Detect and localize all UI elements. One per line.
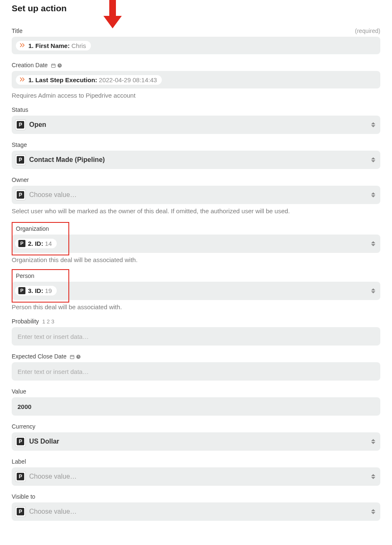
owner-label: Owner <box>12 177 380 183</box>
zap-icon <box>19 42 26 49</box>
value-text: 2000 <box>18 403 31 410</box>
zap-icon <box>19 76 26 83</box>
owner-placeholder: Choose value… <box>29 191 77 199</box>
organization-pill[interactable]: P 2. ID: 14 <box>15 239 57 248</box>
pipedrive-icon: P <box>15 471 26 482</box>
clock-icon <box>76 354 81 359</box>
clock-icon <box>57 63 62 68</box>
label-select[interactable]: P Choose value… <box>12 467 380 486</box>
calendar-icon <box>70 354 75 359</box>
creation-date-label: Creation Date <box>12 62 62 68</box>
select-chevrons-icon <box>371 474 375 479</box>
pipedrive-icon: P <box>15 154 26 165</box>
svg-rect-0 <box>52 64 55 68</box>
organization-pill-label: 2. ID: <box>28 240 43 247</box>
stage-select[interactable]: P Contact Made (Pipeline) <box>12 151 380 169</box>
expected-close-label: Expected Close Date <box>12 353 380 360</box>
required-tag: (required) <box>355 28 380 34</box>
person-highlight: Person P 3. ID: 19 <box>12 269 69 303</box>
currency-select[interactable]: P US Dollar <box>12 432 380 451</box>
pipedrive-icon: P <box>15 436 26 447</box>
probability-input[interactable]: Enter text or insert data… <box>12 327 380 346</box>
select-chevrons-icon <box>371 509 375 514</box>
pipedrive-icon: P <box>15 119 26 130</box>
currency-label: Currency <box>12 423 380 430</box>
person-pill-label: 3. ID: <box>28 287 43 294</box>
select-chevrons-icon <box>371 192 375 197</box>
probability-label: Probability 1 2 3 <box>12 318 380 325</box>
expected-close-input[interactable]: Enter text or insert data… <box>12 362 380 381</box>
person-pill[interactable]: P 3. ID: 19 <box>15 286 57 295</box>
organization-highlight: Organization P 2. ID: 14 <box>12 222 69 255</box>
creation-date-pill-value: 2022-04-29 08:14:43 <box>99 76 157 83</box>
organization-pill-value: 14 <box>45 240 52 247</box>
organization-help: Organization this deal will be associate… <box>12 256 380 263</box>
label-placeholder: Choose value… <box>29 473 77 480</box>
pipedrive-icon: P <box>15 189 26 200</box>
select-chevrons-icon <box>371 157 375 162</box>
creation-date-help: Requires Admin access to Pipedrive accou… <box>12 92 380 99</box>
currency-value: US Dollar <box>29 438 59 445</box>
visible-to-select[interactable]: P Choose value… <box>12 502 380 521</box>
select-chevrons-icon <box>371 439 375 444</box>
label-field-label: Label <box>12 458 380 465</box>
title-input[interactable]: 1. First Name: Chris <box>12 37 380 54</box>
person-pill-value: 19 <box>45 287 52 294</box>
creation-date-input[interactable]: 1. Last Step Execution: 2022-04-29 08:14… <box>12 71 380 88</box>
probability-placeholder: Enter text or insert data… <box>18 333 89 340</box>
person-help: Person this deal will be associated with… <box>12 303 380 310</box>
title-pill-value: Chris <box>71 42 86 49</box>
creation-date-pill-label: 1. Last Step Execution: <box>28 76 97 83</box>
stage-label: Stage <box>12 141 380 148</box>
page-heading: Set up action <box>12 3 380 13</box>
creation-date-pill[interactable]: 1. Last Step Execution: 2022-04-29 08:14… <box>16 75 162 85</box>
stage-value: Contact Made (Pipeline) <box>29 156 105 164</box>
visible-to-placeholder: Choose value… <box>29 508 77 515</box>
pipedrive-icon: P <box>15 506 26 517</box>
organization-label: Organization <box>15 225 66 235</box>
owner-help: Select user who will be marked as the ow… <box>12 207 380 214</box>
status-value: Open <box>29 121 46 129</box>
value-label: Value <box>12 388 380 395</box>
title-label: Title <box>12 28 23 34</box>
pipedrive-icon: P <box>18 287 25 294</box>
status-label: Status <box>12 106 380 113</box>
value-input[interactable]: 2000 <box>12 397 380 416</box>
status-select[interactable]: P Open <box>12 116 380 134</box>
select-chevrons-icon <box>371 122 375 127</box>
visible-to-label: Visible to <box>12 493 380 500</box>
person-label: Person <box>15 272 66 282</box>
calendar-icon <box>51 63 56 68</box>
pipedrive-icon: P <box>18 240 25 247</box>
title-pill[interactable]: 1. First Name: Chris <box>16 41 91 50</box>
expected-close-placeholder: Enter text or insert data… <box>18 368 89 375</box>
svg-rect-5 <box>70 356 74 359</box>
title-pill-label: 1. First Name: <box>28 42 70 49</box>
owner-select[interactable]: P Choose value… <box>12 186 380 204</box>
